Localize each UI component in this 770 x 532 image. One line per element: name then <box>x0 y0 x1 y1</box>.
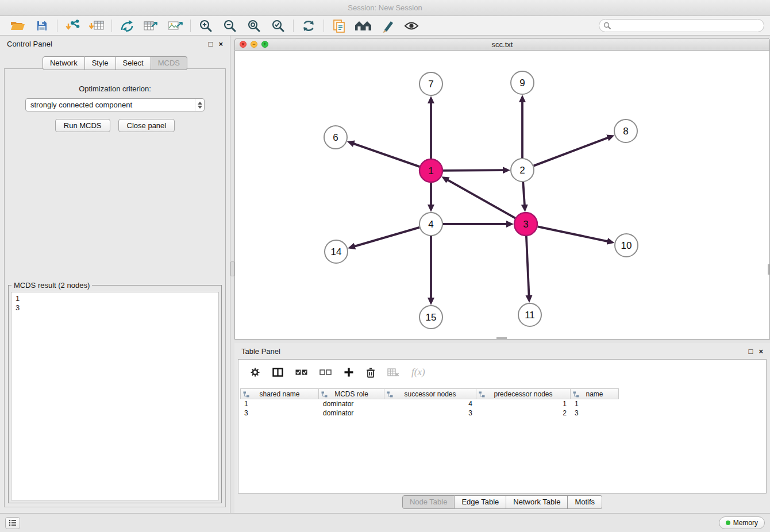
unchecked-boxes-icon <box>319 369 332 376</box>
close-panel-button[interactable]: Close panel <box>118 119 175 132</box>
graph-edge-2-3[interactable] <box>523 182 525 206</box>
status-bar: Memory <box>0 513 770 532</box>
home-view-button[interactable] <box>351 17 375 34</box>
control-tab-mcds[interactable]: MCDS <box>151 56 187 70</box>
graph-node-7[interactable]: 7 <box>419 72 442 95</box>
column-header-name[interactable]: name <box>571 388 619 399</box>
table-tab-edge-table[interactable]: Edge Table <box>455 495 506 509</box>
cell-shared-name[interactable]: 1 <box>240 399 319 408</box>
clone-network-button[interactable] <box>327 17 351 34</box>
export-table-button[interactable] <box>139 17 163 34</box>
graph-node-6[interactable]: 6 <box>324 126 347 149</box>
close-window-button[interactable]: × <box>240 41 247 48</box>
graph-edge-1-2[interactable] <box>443 170 504 171</box>
column-header-successor-nodes[interactable]: successor nodes <box>384 388 476 399</box>
graph-node-15[interactable]: 15 <box>419 306 442 329</box>
graph-node-10[interactable]: 10 <box>615 234 638 257</box>
deselect-all-rows-button[interactable] <box>319 369 332 376</box>
zoom-selected-button[interactable] <box>266 17 290 34</box>
application-window: Session: New Session <box>0 0 770 36</box>
import-network-button[interactable] <box>60 17 84 34</box>
cell-successor-nodes[interactable]: 3 <box>384 408 476 418</box>
cell-mcds-role[interactable]: dominator <box>319 408 384 418</box>
select-all-rows-button[interactable] <box>295 369 307 376</box>
control-tab-network[interactable]: Network <box>43 56 85 70</box>
style-button[interactable] <box>375 17 399 34</box>
control-tab-style[interactable]: Style <box>85 56 116 70</box>
table-row[interactable]: 3dominator323 <box>240 408 764 418</box>
apply-layout-button[interactable] <box>297 17 321 34</box>
graph-node-14[interactable]: 14 <box>325 240 348 263</box>
graph-node-8[interactable]: 8 <box>614 119 637 142</box>
visibility-button[interactable] <box>399 17 424 34</box>
zoom-in-button[interactable] <box>194 17 218 34</box>
column-header-predecessor-nodes[interactable]: predecessor nodes <box>476 388 571 399</box>
columns-icon <box>272 368 283 377</box>
memory-button[interactable]: Memory <box>719 516 765 529</box>
run-mcds-button[interactable]: Run MCDS <box>55 119 110 132</box>
graph-node-label: 4 <box>428 219 433 230</box>
cell-name[interactable]: 1 <box>571 399 619 408</box>
vertical-scrollbar-thumb[interactable] <box>768 264 769 275</box>
optimization-criterion-dropdown[interactable]: strongly connected component <box>25 98 205 111</box>
zoom-out-button[interactable] <box>218 17 242 34</box>
float-panel-icon[interactable]: □ <box>209 40 213 48</box>
table-tab-motifs[interactable]: Motifs <box>568 495 602 509</box>
horizontal-scrollbar-thumb[interactable] <box>496 337 507 339</box>
export-image-button[interactable] <box>163 17 187 34</box>
maximize-window-button[interactable]: + <box>261 41 268 48</box>
panel-splitter-handle[interactable] <box>230 261 234 276</box>
table-settings-button[interactable] <box>250 367 260 377</box>
network-canvas[interactable]: 7968124314101511 <box>234 51 770 340</box>
optimization-criterion-label: Optimization criterion: <box>5 84 225 93</box>
task-history-button[interactable] <box>5 517 20 529</box>
table-toolbar: f(x) <box>238 360 766 385</box>
graph-node-1[interactable]: 1 <box>419 159 442 182</box>
graph-node-11[interactable]: 11 <box>518 303 541 326</box>
graph-node-3[interactable]: 3 <box>514 213 537 236</box>
graph-node-2[interactable]: 2 <box>511 159 534 182</box>
column-type-icon <box>243 391 249 398</box>
table-tab-network-table[interactable]: Network Table <box>506 495 568 509</box>
save-session-button[interactable] <box>30 17 54 34</box>
minimize-window-button[interactable]: − <box>251 41 257 48</box>
function-builder-button[interactable]: f(x) <box>411 367 425 378</box>
graph-node-4[interactable]: 4 <box>419 213 442 236</box>
graph-edge-3-11[interactable] <box>526 236 529 296</box>
cell-mcds-role[interactable]: dominator <box>319 399 384 408</box>
search-box[interactable] <box>599 19 764 32</box>
graph-edge-4-14[interactable] <box>354 228 419 246</box>
cell-predecessor-nodes[interactable]: 1 <box>476 399 571 408</box>
mcds-result-item[interactable]: 1 <box>16 294 214 303</box>
open-session-button[interactable] <box>6 17 30 34</box>
cell-successor-nodes[interactable]: 4 <box>384 399 476 408</box>
toolbar-separator <box>57 20 57 32</box>
cell-predecessor-nodes[interactable]: 2 <box>476 408 571 418</box>
close-panel-icon[interactable]: × <box>759 348 763 355</box>
table-row[interactable]: 1dominator411 <box>240 399 764 408</box>
graph-edge-1-6[interactable] <box>353 144 419 167</box>
control-tab-select[interactable]: Select <box>116 56 151 70</box>
show-columns-button[interactable] <box>272 368 283 377</box>
cell-shared-name[interactable]: 3 <box>240 408 319 418</box>
close-panel-icon[interactable]: × <box>218 40 223 48</box>
network-graph[interactable]: 7968124314101511 <box>235 51 769 339</box>
search-input[interactable] <box>614 22 760 30</box>
float-panel-icon[interactable]: □ <box>749 348 753 355</box>
graph-edge-2-8[interactable] <box>534 137 609 165</box>
graph-node-9[interactable]: 9 <box>511 71 534 94</box>
table-tab-node-table[interactable]: Node Table <box>402 495 455 509</box>
column-header-shared-name[interactable]: shared name <box>240 388 319 399</box>
column-header-mcds-role[interactable]: MCDS role <box>319 388 384 399</box>
delete-column-button[interactable] <box>366 367 375 378</box>
graph-edge-3-10[interactable] <box>538 226 609 241</box>
mcds-result-item[interactable]: 3 <box>16 303 214 313</box>
graph-edge-3-1[interactable] <box>447 180 515 218</box>
network-window-titlebar[interactable]: × − + scc.txt <box>234 38 770 51</box>
delete-table-button[interactable] <box>387 368 399 377</box>
cell-name[interactable]: 3 <box>571 408 619 418</box>
network-tools-button[interactable] <box>115 17 139 34</box>
add-column-button[interactable] <box>344 367 354 377</box>
zoom-fit-button[interactable] <box>242 17 266 34</box>
import-table-button[interactable] <box>84 17 109 34</box>
